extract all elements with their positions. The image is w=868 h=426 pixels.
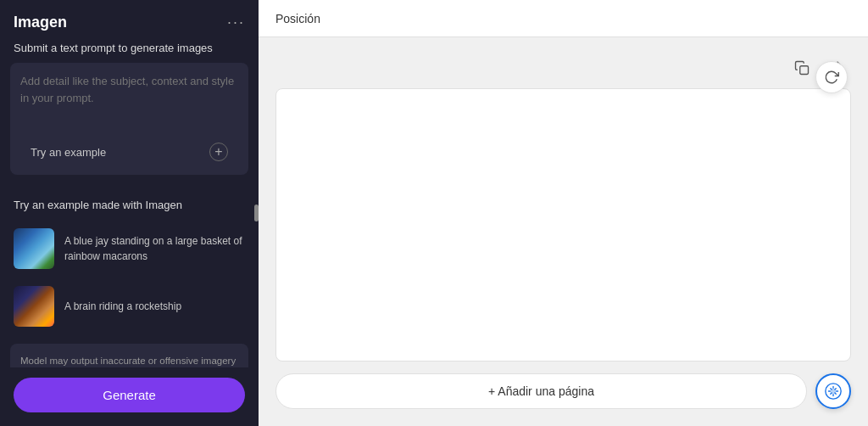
example-thumb-brain bbox=[14, 286, 54, 327]
posicion-label: Posición bbox=[275, 12, 320, 25]
try-example-row[interactable]: Try an example + bbox=[20, 136, 238, 165]
sidebar-subtitle: Submit a text prompt to generate images bbox=[0, 42, 259, 63]
add-page-bar: + Añadir una página bbox=[275, 373, 851, 409]
blue-jay-thumbnail bbox=[14, 228, 54, 269]
magic-button[interactable] bbox=[815, 373, 851, 409]
canvas-toolbar bbox=[275, 54, 851, 81]
sidebar-title: Imagen bbox=[14, 14, 67, 31]
copy-button[interactable] bbox=[788, 54, 815, 81]
menu-icon[interactable]: ··· bbox=[227, 14, 245, 31]
copy-icon bbox=[794, 60, 810, 76]
brain-thumbnail bbox=[14, 286, 54, 327]
svg-rect-0 bbox=[800, 66, 809, 75]
magic-wand-icon bbox=[824, 382, 843, 401]
try-example-label: Try an example bbox=[31, 146, 106, 159]
main-topbar: Posición bbox=[259, 0, 868, 37]
sidebar: Imagen ··· Submit a text prompt to gener… bbox=[0, 0, 259, 426]
example-text-brain: A brain riding a rocketship bbox=[64, 299, 181, 314]
example-thumb-blue-jay bbox=[14, 228, 54, 269]
main-area: Posición bbox=[259, 0, 868, 426]
svg-point-3 bbox=[832, 390, 836, 394]
generate-btn-container: Generate bbox=[0, 367, 259, 426]
canvas-area bbox=[275, 88, 851, 362]
prompt-box: Try an example + bbox=[10, 63, 248, 175]
example-item-blue-jay[interactable]: A blue jay standing on a large basket of… bbox=[0, 220, 259, 277]
try-example-plus-button[interactable]: + bbox=[209, 143, 228, 161]
refresh-icon bbox=[824, 70, 839, 85]
plus-icon: + bbox=[214, 144, 222, 160]
example-text-blue-jay: A blue jay standing on a large basket of… bbox=[64, 233, 245, 264]
example-item-brain[interactable]: A brain riding a rocketship bbox=[0, 277, 259, 335]
generate-button[interactable]: Generate bbox=[14, 378, 245, 412]
sidebar-header: Imagen ··· bbox=[0, 0, 259, 42]
refresh-button[interactable] bbox=[815, 61, 848, 93]
main-content: + Añadir una página bbox=[259, 37, 868, 426]
add-page-button[interactable]: + Añadir una página bbox=[275, 373, 807, 409]
prompt-textarea[interactable] bbox=[20, 73, 238, 132]
examples-section-title: Try an example made with Imagen bbox=[0, 185, 259, 220]
